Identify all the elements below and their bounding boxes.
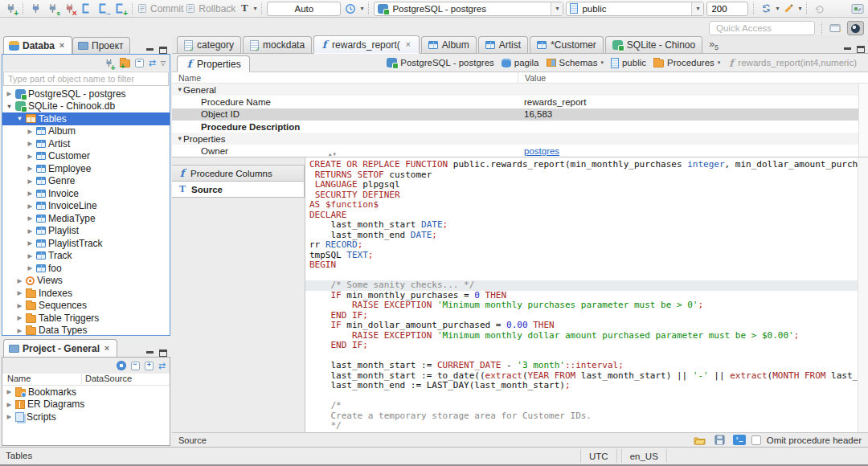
bottom-tab-label[interactable]: Source (178, 435, 207, 445)
tab-source[interactable]: T Source (172, 181, 305, 198)
tree-item-sqlite-chinook-db[interactable]: SQLite - Chinook.db (2, 100, 170, 113)
tree-item-table-triggers[interactable]: Table Triggers (2, 312, 170, 325)
schema-select[interactable]: public ▾ (566, 2, 704, 16)
transaction-mode-select[interactable]: Auto (267, 2, 341, 16)
gear-icon[interactable] (117, 361, 126, 370)
dbeaver-perspective-icon[interactable] (847, 21, 864, 35)
collapse-all-icon[interactable] (131, 362, 140, 370)
project-item-bookmarks[interactable]: Bookmarks (2, 386, 170, 399)
chevron-down-icon[interactable]: ▾ (691, 2, 703, 15)
connection-select[interactable]: PostgreSQL - postgres ▾ (374, 2, 563, 16)
maximize-icon[interactable] (159, 350, 167, 357)
expand-arrow-icon[interactable] (27, 252, 34, 260)
expand-all-icon[interactable] (145, 362, 154, 370)
code-line[interactable]: END IF; (309, 341, 858, 351)
omit-header-label[interactable]: Omit procedure header (767, 435, 862, 445)
code-line[interactable]: */ (309, 421, 858, 431)
tree-item-sequences[interactable]: Sequences (2, 300, 170, 313)
connect-icon[interactable] (28, 1, 43, 16)
grid-header-value[interactable]: Value (518, 72, 868, 83)
expand-arrow-icon[interactable] (16, 327, 23, 334)
project-item-scripts[interactable]: Scripts (2, 411, 170, 423)
history-icon[interactable] (343, 1, 358, 16)
chevron-down-icon[interactable] (600, 59, 604, 66)
tree-item-invoice[interactable]: Invoice (2, 187, 170, 200)
column-datasource[interactable]: DataSource (81, 374, 132, 385)
expand-arrow-icon[interactable] (27, 215, 34, 222)
tree-item-data-types[interactable]: Data Types (2, 325, 170, 336)
code-line[interactable] (309, 391, 858, 402)
expand-arrow-icon[interactable] (27, 178, 34, 185)
code-line[interactable]: last_month_end := LAST_DAY(last_month_st… (309, 381, 858, 391)
close-icon[interactable] (404, 40, 412, 49)
minimize-icon[interactable] (145, 46, 154, 54)
property-row-owner[interactable]: Ownerpostgres (172, 145, 868, 157)
collapse-arrow-icon[interactable] (6, 103, 13, 110)
tree-item-track[interactable]: Track (2, 250, 170, 263)
expand-arrow-icon[interactable] (27, 239, 34, 247)
console-icon[interactable] (733, 435, 746, 445)
expand-arrow-icon[interactable] (27, 128, 34, 135)
column-name[interactable]: Name (2, 374, 81, 385)
sash-up-icon[interactable]: ▴ (329, 151, 332, 157)
reconnect-icon[interactable] (45, 1, 59, 16)
tree-item-views[interactable]: Views (2, 275, 170, 288)
omit-header-checkbox[interactable] (751, 435, 761, 445)
minimize-icon[interactable] (843, 45, 852, 53)
expand-arrow-icon[interactable] (6, 90, 13, 97)
property-value[interactable]: postgres (518, 145, 868, 157)
close-icon[interactable] (103, 344, 111, 353)
window-icon[interactable] (850, 1, 865, 16)
expand-arrow-icon[interactable] (27, 140, 34, 147)
new-connection-icon[interactable] (3, 1, 18, 16)
property-row-procedure-name[interactable]: Procedure Namerewards_report (172, 96, 868, 108)
view-menu-icon[interactable] (161, 59, 166, 67)
object-filter-input[interactable] (3, 72, 169, 86)
expand-arrow-icon[interactable] (6, 413, 13, 420)
chevron-down-icon[interactable] (718, 59, 721, 66)
breadcrumb-pagila[interactable]: pagila (498, 58, 542, 67)
expand-arrow-icon[interactable] (27, 264, 34, 272)
editor-tab-mockdata[interactable]: mockdata (243, 36, 312, 53)
tree-item-customer[interactable]: Customer (2, 150, 170, 163)
expand-arrow-icon[interactable] (16, 314, 23, 321)
code-line[interactable]: SECURITY DEFINER (309, 190, 858, 201)
tree-item-artist[interactable]: Artist (2, 137, 170, 150)
editor-tab-sqlite-chinoo[interactable]: SQLite - Chinoo (605, 36, 702, 53)
tree-item-indexes[interactable]: Indexes (2, 287, 170, 300)
disconnect-icon[interactable] (62, 1, 76, 16)
source-editor[interactable]: CREATE OR REPLACE FUNCTION public.reward… (305, 157, 868, 432)
tab-properties[interactable]: f Properties (177, 55, 250, 72)
sash-handle[interactable]: ▴▾ (329, 151, 336, 157)
tree-item-mediatype[interactable]: MediaType (2, 212, 170, 225)
rollback-button[interactable]: Rollback (186, 3, 235, 14)
expand-arrow-icon[interactable] (27, 227, 34, 235)
collapse-all-icon[interactable] (135, 59, 144, 67)
tab-projects[interactable]: Проект (72, 37, 130, 54)
collapse-arrow-icon[interactable] (172, 135, 183, 142)
breadcrumb-public[interactable]: public (608, 58, 649, 68)
expand-arrow-icon[interactable] (27, 165, 34, 172)
breadcrumb-rewards-report-int4-numeric[interactable]: frewards_report(int4,numeric) (724, 58, 860, 68)
quick-access-input[interactable] (709, 21, 815, 35)
editor-tab-album[interactable]: Album (421, 36, 477, 53)
expand-arrow-icon[interactable] (27, 202, 34, 210)
maximize-icon[interactable] (159, 47, 167, 54)
tree-item-tables[interactable]: Tables (2, 112, 170, 125)
code-line[interactable]: rr RECORD; (309, 240, 858, 251)
new-folder-icon[interactable] (120, 59, 130, 67)
expand-arrow-icon[interactable] (27, 190, 34, 197)
source-code[interactable]: CREATE OR REPLACE FUNCTION public.reward… (305, 160, 858, 432)
editor-tab-customer[interactable]: *Customer (530, 36, 604, 53)
tree-item-employee[interactable]: Employee (2, 162, 170, 175)
sql-editor-icon[interactable] (79, 1, 93, 16)
tree-item-album[interactable]: Album (2, 125, 170, 138)
tree-item-invoiceline[interactable]: InvoiceLine (2, 200, 170, 213)
property-row-general[interactable]: General (172, 84, 868, 96)
commit-button[interactable]: Commit (137, 3, 183, 14)
link-with-editor-icon[interactable] (149, 59, 156, 67)
close-icon[interactable] (58, 41, 66, 50)
save-icon[interactable] (713, 432, 727, 448)
open-file-icon[interactable] (693, 432, 707, 448)
project-item-er-diagrams[interactable]: ER Diagrams (2, 399, 170, 411)
